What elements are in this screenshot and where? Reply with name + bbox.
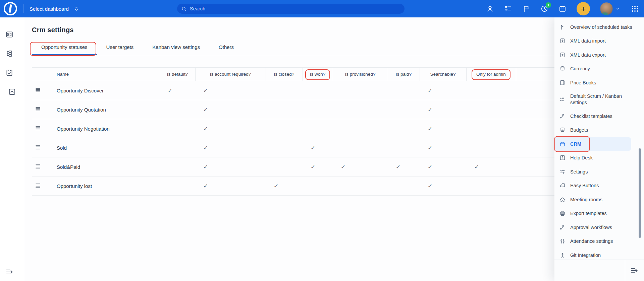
profile-icon[interactable] bbox=[486, 5, 494, 13]
check-icon: ✓ bbox=[203, 126, 208, 132]
settings-menu-item-settings[interactable]: Settings bbox=[554, 165, 644, 179]
check-cell bbox=[303, 119, 333, 138]
sidebar-item[interactable] bbox=[0, 63, 24, 82]
column-header-label: Only for admin bbox=[475, 71, 507, 77]
sidebar-expand-icon[interactable] bbox=[5, 267, 14, 277]
check-icon: ✓ bbox=[428, 164, 432, 170]
git-integration-icon bbox=[559, 252, 566, 259]
app-logo-icon[interactable] bbox=[4, 2, 17, 15]
check-icon: ✓ bbox=[428, 145, 432, 151]
topbar: Select dashboard 1 + bbox=[0, 0, 644, 17]
sidebar-item[interactable] bbox=[0, 44, 24, 63]
scrum-settings-icon bbox=[559, 96, 566, 103]
apps-grid-icon[interactable] bbox=[631, 4, 639, 13]
table-row[interactable]: Opportunity Negotiation✓✓ bbox=[32, 119, 632, 138]
drag-handle-icon[interactable] bbox=[34, 106, 42, 113]
drag-handle-icon[interactable] bbox=[34, 144, 42, 151]
settings-menu-item-easy-buttons[interactable]: Easy Buttons bbox=[554, 179, 644, 193]
settings-menu-item-checklist-templates[interactable]: Checklist templates bbox=[554, 109, 644, 123]
settings-menu-item-label: Attendance settings bbox=[570, 238, 613, 244]
tab-user-targets[interactable]: User targets bbox=[97, 42, 143, 55]
check-cell bbox=[388, 100, 420, 119]
column-header-label: Is account required? bbox=[209, 71, 252, 77]
table-row[interactable]: Sold✓✓✓ bbox=[32, 138, 632, 157]
meeting-rooms-icon bbox=[559, 196, 566, 203]
settings-menu-item-label: CRM bbox=[570, 141, 581, 147]
check-cell: ✓ bbox=[195, 100, 266, 119]
settings-menu-item-budgets[interactable]: Budgets bbox=[554, 123, 644, 137]
status-name: Sold bbox=[57, 145, 67, 151]
check-cell bbox=[333, 177, 388, 196]
select-dashboard-label: Select dashboard bbox=[30, 6, 69, 12]
sidebar-item[interactable] bbox=[0, 25, 24, 44]
settings-menu-item-approval-workflows[interactable]: Approval workflows bbox=[554, 220, 644, 234]
check-icon: ✓ bbox=[341, 164, 345, 170]
check-icon: ✓ bbox=[203, 145, 208, 151]
check-cell bbox=[266, 119, 303, 138]
status-name: Opportunity Discover bbox=[57, 88, 104, 93]
check-cell: ✓ bbox=[303, 157, 333, 177]
settings-menu-item-git-integration[interactable]: Git Integration bbox=[554, 248, 644, 260]
settings-menu-item-currency[interactable]: Currency bbox=[554, 62, 644, 76]
check-cell: ✓ bbox=[466, 157, 516, 177]
table-row[interactable]: Opportunity lost✓✓✓ bbox=[32, 177, 632, 196]
tasks-clipboard-icon bbox=[5, 68, 14, 77]
drag-handle-icon[interactable] bbox=[34, 163, 42, 170]
select-dashboard-button[interactable]: Select dashboard bbox=[30, 5, 79, 12]
settings-menu-item-default-scrum-kanban-settings[interactable]: Default Scrum / Kanban settings bbox=[554, 90, 644, 110]
settings-menu-item-xml-data-import[interactable]: XML data import bbox=[554, 34, 644, 48]
tab-label: Others bbox=[219, 44, 234, 50]
check-icon: ✓ bbox=[203, 107, 208, 113]
search-bar[interactable] bbox=[177, 4, 405, 14]
drag-handle-icon[interactable] bbox=[34, 182, 42, 189]
tab-opportunity-statuses[interactable]: Opportunity statuses bbox=[32, 42, 97, 55]
check-cell: ✓ bbox=[195, 119, 266, 138]
search-input[interactable] bbox=[190, 6, 378, 11]
check-cell bbox=[466, 81, 516, 100]
sidebar-item[interactable] bbox=[0, 82, 24, 101]
window-scrollbar-thumb[interactable] bbox=[639, 148, 641, 238]
check-cell bbox=[303, 100, 333, 119]
tabs-row: Opportunity statusesUser targetsKanban v… bbox=[32, 42, 644, 55]
collapse-box-icon bbox=[8, 87, 16, 96]
add-button[interactable]: + bbox=[577, 2, 590, 15]
settings-menu-item-price-books[interactable]: Price Books bbox=[554, 76, 644, 90]
check-cell: ✓ bbox=[420, 81, 466, 100]
check-icon: ✓ bbox=[428, 126, 432, 132]
user-menu[interactable] bbox=[600, 2, 621, 15]
tab-others[interactable]: Others bbox=[209, 42, 243, 55]
check-cell bbox=[333, 81, 388, 100]
settings-menu-item-help-desk[interactable]: Help Desk bbox=[554, 151, 644, 165]
settings-menu-item-crm[interactable]: CRM bbox=[554, 137, 631, 151]
approval-workflows-icon bbox=[559, 224, 566, 231]
table-row[interactable]: Opportunity Quotation✓✓ bbox=[32, 100, 632, 119]
avatar[interactable] bbox=[600, 2, 613, 15]
table-row[interactable]: Sold&Paid✓✓✓✓✓✓ bbox=[32, 157, 632, 177]
settings-menu-item-attendance-settings[interactable]: Attendance settings bbox=[554, 234, 644, 249]
drag-handle-icon[interactable] bbox=[34, 86, 42, 94]
flag-icon[interactable] bbox=[522, 5, 530, 13]
attendance-settings-icon bbox=[559, 238, 566, 244]
row-handle-cell bbox=[32, 157, 55, 177]
check-cell: ✓ bbox=[333, 157, 388, 177]
history-icon[interactable]: 1 bbox=[540, 5, 548, 13]
column-header-only-for-admin: Only for admin bbox=[466, 68, 516, 81]
panel-collapse-icon[interactable] bbox=[630, 266, 639, 275]
settings-menu-item-label: Help Desk bbox=[570, 155, 593, 161]
settings-menu-item-meeting-rooms[interactable]: Meeting rooms bbox=[554, 193, 644, 207]
column-header-label: Is default? bbox=[166, 71, 189, 77]
easy-buttons-icon bbox=[559, 182, 566, 189]
help-desk-icon bbox=[559, 154, 566, 161]
tab-kanban-view-settings[interactable]: Kanban view settings bbox=[143, 42, 209, 55]
tasks-icon[interactable] bbox=[504, 5, 512, 13]
settings-menu-item-xml-data-export[interactable]: XML data export bbox=[554, 48, 644, 62]
calendar-icon[interactable] bbox=[558, 5, 567, 13]
row-handle-cell bbox=[32, 100, 55, 119]
crm-icon bbox=[559, 141, 566, 147]
check-icon: ✓ bbox=[428, 87, 432, 94]
table-row[interactable]: Opportunity Discover✓✓✓ bbox=[32, 81, 632, 100]
settings-menu-item-export-templates[interactable]: Export templates bbox=[554, 207, 644, 221]
settings-menu-item-overview-of-scheduled-tasks[interactable]: Overview of scheduled tasks bbox=[554, 20, 644, 34]
drag-handle-icon[interactable] bbox=[34, 125, 42, 132]
notification-badge: 1 bbox=[546, 2, 551, 8]
